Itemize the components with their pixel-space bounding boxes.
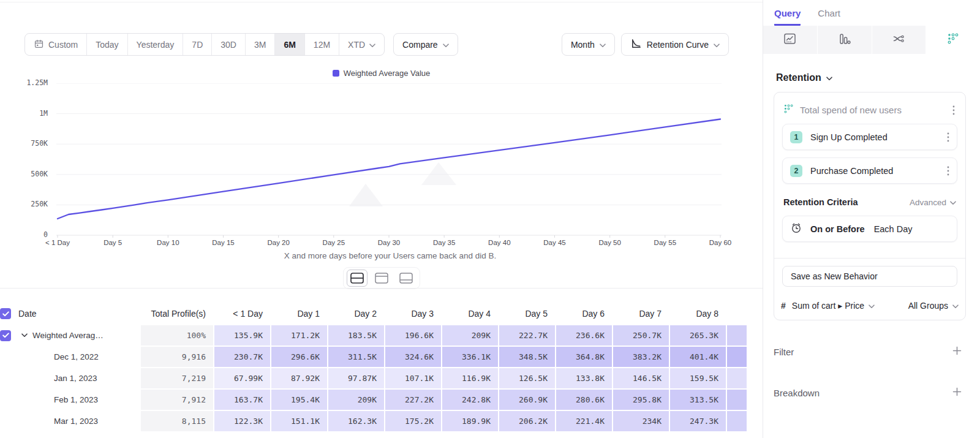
advanced-dropdown[interactable]: Advanced bbox=[910, 198, 956, 207]
add-breakdown-button[interactable] bbox=[952, 387, 962, 399]
table-body: Weighted Average ...100%135.9K171.2K183.… bbox=[0, 325, 763, 432]
main-pane: CustomTodayYesterday7D30D3M6M12MXTD Comp… bbox=[0, 0, 763, 438]
x-tick-label: < 1 Day bbox=[30, 239, 85, 246]
filter-section: Filter bbox=[774, 346, 962, 358]
table-row[interactable]: Jan 1, 20237,21967.99K87.92K97.87K107.1K… bbox=[0, 368, 763, 389]
save-as-new-behavior-button[interactable]: Save as New Behavior bbox=[782, 266, 957, 287]
behavior-kebab-menu[interactable] bbox=[951, 104, 956, 116]
report-type-tabs bbox=[763, 26, 980, 54]
report-type-flows[interactable] bbox=[872, 26, 926, 54]
retention-value-cell: 250.7K bbox=[613, 325, 670, 346]
retention-value-cell: 183.5K bbox=[328, 325, 385, 346]
report-type-funnels[interactable] bbox=[817, 26, 872, 54]
tab-query[interactable]: Query bbox=[774, 8, 801, 26]
header-day-cell: Day 8 bbox=[670, 309, 727, 319]
group-dropdown[interactable]: All Groups bbox=[908, 301, 959, 311]
retention-section-header[interactable]: Retention bbox=[776, 72, 980, 83]
insights-icon bbox=[783, 32, 796, 48]
advanced-label: Advanced bbox=[910, 198, 946, 207]
chart-type-button[interactable]: Retention Curve bbox=[621, 33, 729, 56]
group-label: All Groups bbox=[908, 301, 948, 311]
layout-table-view-button[interactable] bbox=[396, 270, 417, 287]
range-12m[interactable]: 12M bbox=[305, 34, 339, 55]
retention-value-cell: 236.6K bbox=[556, 325, 613, 346]
table-row[interactable]: Feb 1, 20237,912163.7K195.4K209K227.2K24… bbox=[0, 389, 763, 410]
range-today[interactable]: Today bbox=[87, 34, 127, 55]
results-table: DateTotal Profile(s)< 1 DayDay 1Day 2Day… bbox=[0, 303, 763, 432]
y-tick-label: 500K bbox=[12, 170, 48, 178]
criteria-card[interactable]: On or Before Each Day bbox=[782, 216, 957, 242]
step-kebab-menu[interactable] bbox=[946, 131, 951, 143]
behavior-name: Total spend of new users bbox=[800, 105, 945, 115]
tab-chart[interactable]: Chart bbox=[818, 8, 840, 26]
retention-section-title: Retention bbox=[776, 72, 821, 83]
retention-value-cell: 364.8K bbox=[556, 346, 613, 368]
row-label: Weighted Average ... bbox=[32, 331, 105, 340]
header-date-cell: Date bbox=[0, 308, 141, 319]
report-type-retention[interactable] bbox=[925, 26, 980, 54]
x-tick-label: Day 40 bbox=[472, 239, 527, 246]
retention-icon bbox=[947, 32, 959, 47]
retention-value-cell: 227.2K bbox=[385, 389, 442, 410]
step-kebab-menu[interactable] bbox=[946, 165, 951, 177]
chevron-down-icon bbox=[714, 40, 720, 50]
x-tick-label: Day 55 bbox=[638, 239, 693, 246]
retention-value-cell: 311.5K bbox=[328, 346, 385, 368]
table-row[interactable]: Weighted Average ...100%135.9K171.2K183.… bbox=[0, 325, 763, 346]
add-filter-button[interactable] bbox=[952, 346, 962, 358]
retention-report-app: CustomTodayYesterday7D30D3M6M12MXTD Comp… bbox=[0, 0, 980, 438]
retention-value-cell: 265.3K bbox=[670, 325, 727, 346]
event-step-card[interactable]: 1Sign Up Completed bbox=[782, 124, 957, 150]
table-row[interactable]: Dec 1, 20229,916230.7K296.6K311.5K324.6K… bbox=[0, 346, 763, 368]
retention-value-cell: 189.9K bbox=[442, 410, 499, 432]
query-sidebar: Query Chart bbox=[763, 0, 980, 438]
legend-swatch bbox=[333, 70, 339, 77]
row-label-cell: Weighted Average ... bbox=[0, 325, 141, 346]
header-day-cell: Day 5 bbox=[499, 309, 556, 319]
retention-value-cell: 324.6K bbox=[385, 346, 442, 368]
retention-value-cell: 336.1K bbox=[442, 346, 499, 368]
retention-value-cell: 295.8K bbox=[613, 389, 670, 410]
layout-chart-view-button[interactable] bbox=[371, 270, 392, 287]
x-tick-label: Day 20 bbox=[251, 239, 306, 246]
granularity-button[interactable]: Month bbox=[562, 33, 615, 56]
expand-chevron-icon[interactable] bbox=[21, 333, 28, 338]
range-3m[interactable]: 3M bbox=[246, 34, 275, 55]
row-checkbox[interactable] bbox=[0, 308, 11, 319]
behavior-dots-icon bbox=[783, 104, 794, 116]
retention-value-cell: 159.5K bbox=[670, 368, 727, 389]
range-xtd[interactable]: XTD bbox=[339, 34, 384, 55]
layout-split-view-button[interactable] bbox=[347, 270, 368, 287]
range-7d[interactable]: 7D bbox=[183, 34, 212, 55]
chevron-down-icon bbox=[952, 301, 959, 311]
step-number-badge: 2 bbox=[790, 165, 802, 177]
range-yesterday[interactable]: Yesterday bbox=[128, 34, 184, 55]
event-step-card[interactable]: 2Purchase Completed bbox=[782, 157, 957, 184]
row-checkbox[interactable] bbox=[0, 330, 11, 341]
range-custom[interactable]: Custom bbox=[25, 34, 87, 55]
range-6m[interactable]: 6M bbox=[275, 34, 304, 55]
retention-value-cell: 97.87K bbox=[328, 368, 385, 389]
measure-property-dropdown[interactable]: Sum of cart ▸ Price bbox=[792, 301, 902, 311]
partial-day-cell bbox=[727, 389, 748, 410]
sidebar-tabs: Query Chart bbox=[763, 0, 980, 26]
funnels-icon bbox=[838, 32, 851, 48]
table-row[interactable]: Mar 1, 20238,115122.3K151.1K162.3K175.2K… bbox=[0, 410, 763, 432]
compare-label: Compare bbox=[402, 40, 438, 50]
step-number-badge: 1 bbox=[790, 131, 802, 143]
report-type-insights[interactable] bbox=[763, 26, 817, 54]
retention-value-cell: 247.3K bbox=[670, 410, 727, 432]
range-30d[interactable]: 30D bbox=[212, 34, 246, 55]
retention-value-cell: 87.92K bbox=[271, 368, 328, 389]
compare-button[interactable]: Compare bbox=[393, 33, 458, 56]
retention-value-cell: 195.4K bbox=[271, 389, 328, 410]
retention-value-cell: 230.7K bbox=[214, 346, 271, 368]
breakdown-section: Breakdown bbox=[774, 387, 962, 399]
criteria-operator: On or Before bbox=[810, 224, 865, 234]
header-date-label: Date bbox=[18, 309, 37, 319]
row-label-cell: Dec 1, 2022 bbox=[0, 346, 141, 368]
row-label: Mar 1, 2023 bbox=[54, 417, 98, 426]
total-profiles-cell: 7,219 bbox=[141, 368, 214, 389]
retention-value-cell: 171.2K bbox=[271, 325, 328, 346]
clock-icon bbox=[790, 222, 802, 236]
